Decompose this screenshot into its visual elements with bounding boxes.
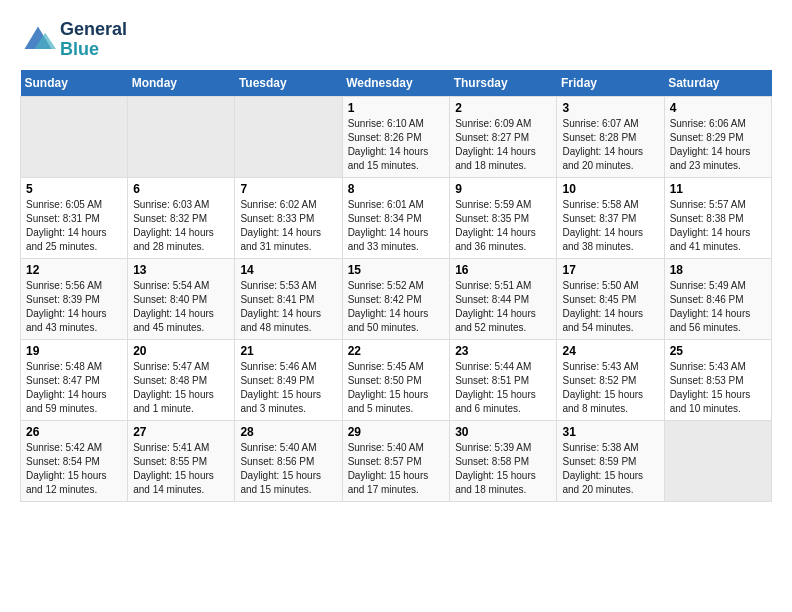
logo: General Blue bbox=[20, 20, 127, 60]
col-header-saturday: Saturday bbox=[664, 70, 771, 97]
calendar-cell: 26Sunrise: 5:42 AM Sunset: 8:54 PM Dayli… bbox=[21, 420, 128, 501]
day-number: 23 bbox=[455, 344, 551, 358]
day-number: 28 bbox=[240, 425, 336, 439]
calendar-cell bbox=[128, 96, 235, 177]
day-number: 16 bbox=[455, 263, 551, 277]
day-number: 26 bbox=[26, 425, 122, 439]
day-info: Sunrise: 5:38 AM Sunset: 8:59 PM Dayligh… bbox=[562, 441, 658, 497]
day-number: 7 bbox=[240, 182, 336, 196]
day-info: Sunrise: 5:51 AM Sunset: 8:44 PM Dayligh… bbox=[455, 279, 551, 335]
calendar-cell: 23Sunrise: 5:44 AM Sunset: 8:51 PM Dayli… bbox=[450, 339, 557, 420]
day-number: 13 bbox=[133, 263, 229, 277]
day-number: 30 bbox=[455, 425, 551, 439]
day-number: 22 bbox=[348, 344, 445, 358]
calendar-cell: 13Sunrise: 5:54 AM Sunset: 8:40 PM Dayli… bbox=[128, 258, 235, 339]
calendar-cell: 25Sunrise: 5:43 AM Sunset: 8:53 PM Dayli… bbox=[664, 339, 771, 420]
calendar-cell: 5Sunrise: 6:05 AM Sunset: 8:31 PM Daylig… bbox=[21, 177, 128, 258]
day-info: Sunrise: 5:40 AM Sunset: 8:57 PM Dayligh… bbox=[348, 441, 445, 497]
calendar-cell: 19Sunrise: 5:48 AM Sunset: 8:47 PM Dayli… bbox=[21, 339, 128, 420]
day-info: Sunrise: 5:57 AM Sunset: 8:38 PM Dayligh… bbox=[670, 198, 766, 254]
calendar-cell: 9Sunrise: 5:59 AM Sunset: 8:35 PM Daylig… bbox=[450, 177, 557, 258]
calendar-cell: 18Sunrise: 5:49 AM Sunset: 8:46 PM Dayli… bbox=[664, 258, 771, 339]
calendar-header: SundayMondayTuesdayWednesdayThursdayFrid… bbox=[21, 70, 772, 97]
col-header-wednesday: Wednesday bbox=[342, 70, 450, 97]
calendar-cell: 10Sunrise: 5:58 AM Sunset: 8:37 PM Dayli… bbox=[557, 177, 664, 258]
day-number: 25 bbox=[670, 344, 766, 358]
day-info: Sunrise: 6:07 AM Sunset: 8:28 PM Dayligh… bbox=[562, 117, 658, 173]
calendar-cell: 31Sunrise: 5:38 AM Sunset: 8:59 PM Dayli… bbox=[557, 420, 664, 501]
calendar-cell: 8Sunrise: 6:01 AM Sunset: 8:34 PM Daylig… bbox=[342, 177, 450, 258]
calendar-cell: 4Sunrise: 6:06 AM Sunset: 8:29 PM Daylig… bbox=[664, 96, 771, 177]
day-info: Sunrise: 5:53 AM Sunset: 8:41 PM Dayligh… bbox=[240, 279, 336, 335]
week-row-4: 19Sunrise: 5:48 AM Sunset: 8:47 PM Dayli… bbox=[21, 339, 772, 420]
day-number: 15 bbox=[348, 263, 445, 277]
day-info: Sunrise: 6:05 AM Sunset: 8:31 PM Dayligh… bbox=[26, 198, 122, 254]
calendar-cell: 27Sunrise: 5:41 AM Sunset: 8:55 PM Dayli… bbox=[128, 420, 235, 501]
calendar-cell: 15Sunrise: 5:52 AM Sunset: 8:42 PM Dayli… bbox=[342, 258, 450, 339]
day-info: Sunrise: 5:40 AM Sunset: 8:56 PM Dayligh… bbox=[240, 441, 336, 497]
day-number: 10 bbox=[562, 182, 658, 196]
day-number: 8 bbox=[348, 182, 445, 196]
day-info: Sunrise: 5:48 AM Sunset: 8:47 PM Dayligh… bbox=[26, 360, 122, 416]
calendar-cell: 30Sunrise: 5:39 AM Sunset: 8:58 PM Dayli… bbox=[450, 420, 557, 501]
calendar-cell: 17Sunrise: 5:50 AM Sunset: 8:45 PM Dayli… bbox=[557, 258, 664, 339]
day-info: Sunrise: 5:56 AM Sunset: 8:39 PM Dayligh… bbox=[26, 279, 122, 335]
col-header-monday: Monday bbox=[128, 70, 235, 97]
day-info: Sunrise: 5:45 AM Sunset: 8:50 PM Dayligh… bbox=[348, 360, 445, 416]
calendar-cell: 14Sunrise: 5:53 AM Sunset: 8:41 PM Dayli… bbox=[235, 258, 342, 339]
calendar-cell: 24Sunrise: 5:43 AM Sunset: 8:52 PM Dayli… bbox=[557, 339, 664, 420]
day-info: Sunrise: 5:47 AM Sunset: 8:48 PM Dayligh… bbox=[133, 360, 229, 416]
calendar-cell: 7Sunrise: 6:02 AM Sunset: 8:33 PM Daylig… bbox=[235, 177, 342, 258]
logo-text: General Blue bbox=[60, 20, 127, 60]
day-info: Sunrise: 5:49 AM Sunset: 8:46 PM Dayligh… bbox=[670, 279, 766, 335]
day-number: 20 bbox=[133, 344, 229, 358]
calendar-cell: 3Sunrise: 6:07 AM Sunset: 8:28 PM Daylig… bbox=[557, 96, 664, 177]
day-info: Sunrise: 5:58 AM Sunset: 8:37 PM Dayligh… bbox=[562, 198, 658, 254]
day-info: Sunrise: 5:42 AM Sunset: 8:54 PM Dayligh… bbox=[26, 441, 122, 497]
calendar-cell: 21Sunrise: 5:46 AM Sunset: 8:49 PM Dayli… bbox=[235, 339, 342, 420]
day-number: 5 bbox=[26, 182, 122, 196]
day-number: 3 bbox=[562, 101, 658, 115]
col-header-friday: Friday bbox=[557, 70, 664, 97]
day-number: 11 bbox=[670, 182, 766, 196]
day-info: Sunrise: 5:52 AM Sunset: 8:42 PM Dayligh… bbox=[348, 279, 445, 335]
day-number: 21 bbox=[240, 344, 336, 358]
day-number: 2 bbox=[455, 101, 551, 115]
day-info: Sunrise: 5:54 AM Sunset: 8:40 PM Dayligh… bbox=[133, 279, 229, 335]
week-row-1: 1Sunrise: 6:10 AM Sunset: 8:26 PM Daylig… bbox=[21, 96, 772, 177]
day-info: Sunrise: 5:41 AM Sunset: 8:55 PM Dayligh… bbox=[133, 441, 229, 497]
calendar-cell: 20Sunrise: 5:47 AM Sunset: 8:48 PM Dayli… bbox=[128, 339, 235, 420]
day-number: 9 bbox=[455, 182, 551, 196]
day-number: 27 bbox=[133, 425, 229, 439]
week-row-3: 12Sunrise: 5:56 AM Sunset: 8:39 PM Dayli… bbox=[21, 258, 772, 339]
day-number: 24 bbox=[562, 344, 658, 358]
calendar-cell bbox=[664, 420, 771, 501]
calendar-table: SundayMondayTuesdayWednesdayThursdayFrid… bbox=[20, 70, 772, 502]
day-number: 19 bbox=[26, 344, 122, 358]
calendar-cell: 1Sunrise: 6:10 AM Sunset: 8:26 PM Daylig… bbox=[342, 96, 450, 177]
col-header-tuesday: Tuesday bbox=[235, 70, 342, 97]
calendar-cell: 12Sunrise: 5:56 AM Sunset: 8:39 PM Dayli… bbox=[21, 258, 128, 339]
day-info: Sunrise: 6:01 AM Sunset: 8:34 PM Dayligh… bbox=[348, 198, 445, 254]
day-info: Sunrise: 6:06 AM Sunset: 8:29 PM Dayligh… bbox=[670, 117, 766, 173]
day-info: Sunrise: 6:03 AM Sunset: 8:32 PM Dayligh… bbox=[133, 198, 229, 254]
day-info: Sunrise: 6:02 AM Sunset: 8:33 PM Dayligh… bbox=[240, 198, 336, 254]
day-info: Sunrise: 6:09 AM Sunset: 8:27 PM Dayligh… bbox=[455, 117, 551, 173]
calendar-cell bbox=[21, 96, 128, 177]
day-info: Sunrise: 5:59 AM Sunset: 8:35 PM Dayligh… bbox=[455, 198, 551, 254]
day-number: 31 bbox=[562, 425, 658, 439]
day-info: Sunrise: 5:39 AM Sunset: 8:58 PM Dayligh… bbox=[455, 441, 551, 497]
calendar-cell: 16Sunrise: 5:51 AM Sunset: 8:44 PM Dayli… bbox=[450, 258, 557, 339]
day-number: 18 bbox=[670, 263, 766, 277]
day-info: Sunrise: 5:44 AM Sunset: 8:51 PM Dayligh… bbox=[455, 360, 551, 416]
calendar-cell: 29Sunrise: 5:40 AM Sunset: 8:57 PM Dayli… bbox=[342, 420, 450, 501]
page-header: General Blue bbox=[20, 20, 772, 60]
col-header-thursday: Thursday bbox=[450, 70, 557, 97]
day-number: 12 bbox=[26, 263, 122, 277]
calendar-cell: 2Sunrise: 6:09 AM Sunset: 8:27 PM Daylig… bbox=[450, 96, 557, 177]
day-number: 4 bbox=[670, 101, 766, 115]
calendar-cell: 22Sunrise: 5:45 AM Sunset: 8:50 PM Dayli… bbox=[342, 339, 450, 420]
day-number: 14 bbox=[240, 263, 336, 277]
day-info: Sunrise: 5:46 AM Sunset: 8:49 PM Dayligh… bbox=[240, 360, 336, 416]
col-header-sunday: Sunday bbox=[21, 70, 128, 97]
